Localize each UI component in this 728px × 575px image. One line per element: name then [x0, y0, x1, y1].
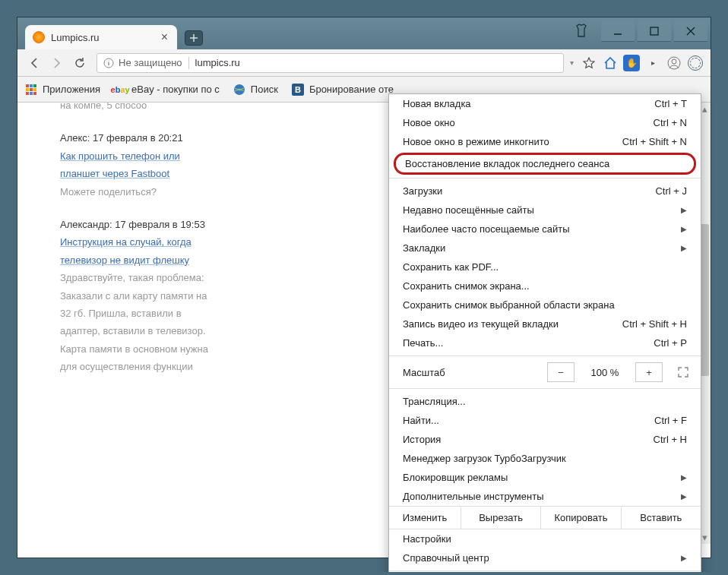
menu-help[interactable]: Справочный центр▶ [389, 548, 701, 567]
apps-bookmark[interactable]: Приложения [25, 84, 100, 96]
menu-new-window[interactable]: Новое окноCtrl + N [389, 113, 701, 132]
menu-turbo-downloader[interactable]: Менеджер загрузок ТурбоЗагрузчик [389, 449, 701, 468]
comment-author: Александр: 17 февраля в 19:53 [60, 216, 212, 233]
menu-restore-session[interactable]: Восстановление вкладок последнего сеанса [394, 153, 696, 175]
booking-bookmark[interactable]: B Бронирование оте [292, 84, 394, 96]
menu-recent-sites[interactable]: Недавно посещённые сайты▶ [389, 201, 701, 220]
svg-point-3 [672, 59, 676, 64]
menu-new-tab[interactable]: Новая вкладкаCtrl + T [389, 94, 701, 113]
menu-history[interactable]: ИсторияCtrl + H [389, 430, 701, 449]
extension-hand-icon[interactable]: ✋ [622, 54, 641, 72]
menu-adblock[interactable]: Блокировщик рекламы▶ [389, 468, 701, 487]
favicon-icon [33, 31, 45, 43]
paste-button[interactable]: Вставить [622, 507, 701, 529]
comment-link[interactable]: Как прошить телефон или планшет через Fa… [60, 150, 180, 179]
chevron-right-icon: ▶ [681, 225, 687, 233]
dropdown-icon[interactable]: ▾ [570, 58, 574, 67]
chevron-right-icon[interactable]: ▸ [644, 54, 662, 72]
comments-sidebar: на компе, 5 спосоо Алекс: 17 февраля в 2… [60, 103, 212, 390]
chevron-right-icon: ▶ [681, 244, 687, 252]
browser-menu: Новая вкладкаCtrl + T Новое окноCtrl + N… [388, 93, 701, 573]
menu-find[interactable]: Найти...Ctrl + F [389, 411, 701, 430]
menu-most-visited[interactable]: Наиболее часто посещаемые сайты▶ [389, 220, 701, 239]
chevron-right-icon: ▶ [681, 206, 687, 214]
menu-downloads[interactable]: ЗагрузкиCtrl + J [389, 182, 701, 201]
new-tab-button[interactable] [185, 30, 203, 46]
security-indicator[interactable]: Не защищено [103, 57, 182, 68]
minimize-button[interactable] [601, 21, 635, 42]
address-bar: Не защищено lumpics.ru ▾ ✋ ▸ [17, 49, 711, 77]
comment-author: Алекс: 17 февраля в 20:21 [60, 129, 212, 147]
browser-window: Lumpics.ru × Не защищено lumpics.ru ▾ [17, 17, 711, 558]
truncated-line: на компе, 5 спосоо [60, 103, 212, 114]
ebay-icon: ebay [114, 84, 126, 96]
titlebar: Lumpics.ru × [17, 17, 711, 49]
svg-rect-0 [650, 27, 658, 35]
svg-point-4 [234, 84, 245, 95]
menu-print[interactable]: Печать...Ctrl + P [389, 333, 701, 352]
chevron-right-icon: ▶ [681, 492, 687, 501]
ebay-bookmark[interactable]: ebay eBay - покупки по с [114, 84, 220, 96]
url-field[interactable]: Не защищено lumpics.ru [97, 53, 564, 73]
cut-button[interactable]: Вырезать [461, 507, 541, 529]
copy-button[interactable]: Копировать [541, 507, 621, 529]
apps-icon [26, 84, 36, 95]
menu-more-tools[interactable]: Дополнительные инструменты▶ [389, 487, 701, 506]
menu-record-video[interactable]: Запись видео из текущей вкладкиCtrl + Sh… [389, 314, 701, 333]
comment-body: Можете поделиться? [60, 183, 212, 201]
back-button[interactable] [24, 53, 45, 73]
menu-gear-icon[interactable] [686, 54, 704, 72]
home-icon[interactable] [601, 54, 619, 72]
chevron-right-icon: ▶ [681, 554, 687, 562]
zoom-out-button[interactable]: − [547, 362, 574, 382]
edit-label: Изменить [389, 507, 461, 529]
url-separator [188, 57, 189, 69]
info-icon [103, 58, 114, 68]
maximize-button[interactable] [638, 21, 671, 42]
close-tab-icon[interactable]: × [161, 31, 168, 43]
chevron-right-icon: ▶ [681, 473, 687, 482]
menu-settings[interactable]: Настройки [389, 529, 701, 548]
profile-icon[interactable] [665, 54, 683, 72]
vk-icon: B [292, 84, 304, 96]
menu-zoom: Масштаб − 100 % + [389, 359, 701, 385]
menu-bookmarks[interactable]: Закладки▶ [389, 239, 701, 257]
bookmark-star-icon[interactable] [580, 54, 598, 72]
menu-incognito[interactable]: Новое окно в режиме инкогнитоCtrl + Shif… [389, 132, 701, 151]
toolbar-icons: ✋ ▸ [580, 54, 704, 72]
reload-button[interactable] [69, 53, 90, 73]
zoom-in-button[interactable]: + [635, 362, 663, 382]
theme-icon[interactable] [574, 24, 589, 39]
zoom-value: 100 % [581, 367, 629, 378]
search-bookmark[interactable]: Поиск [233, 84, 278, 96]
menu-save-screenshot[interactable]: Сохранить снимок экрана... [389, 276, 701, 295]
tab-title: Lumpics.ru [51, 32, 100, 43]
forward-button[interactable] [46, 53, 68, 73]
globe-icon [233, 84, 245, 96]
menu-save-region[interactable]: Сохранить снимок выбранной области экран… [389, 295, 701, 314]
url-domain: lumpics.ru [195, 57, 240, 68]
menu-edit-row: Изменить Вырезать Копировать Вставить [389, 506, 701, 529]
close-window-button[interactable] [674, 21, 707, 42]
tab-active[interactable]: Lumpics.ru × [25, 25, 177, 49]
fullscreen-icon[interactable] [673, 362, 693, 382]
menu-save-pdf[interactable]: Сохранить как PDF... [389, 257, 701, 276]
comment-body: Здравствуйте, такая проблема: Заказали с… [60, 269, 212, 375]
window-controls [601, 21, 707, 42]
menu-cast[interactable]: Трансляция... [389, 392, 701, 411]
comment-link[interactable]: Инструкция на случай, когда телевизор не… [60, 236, 191, 265]
